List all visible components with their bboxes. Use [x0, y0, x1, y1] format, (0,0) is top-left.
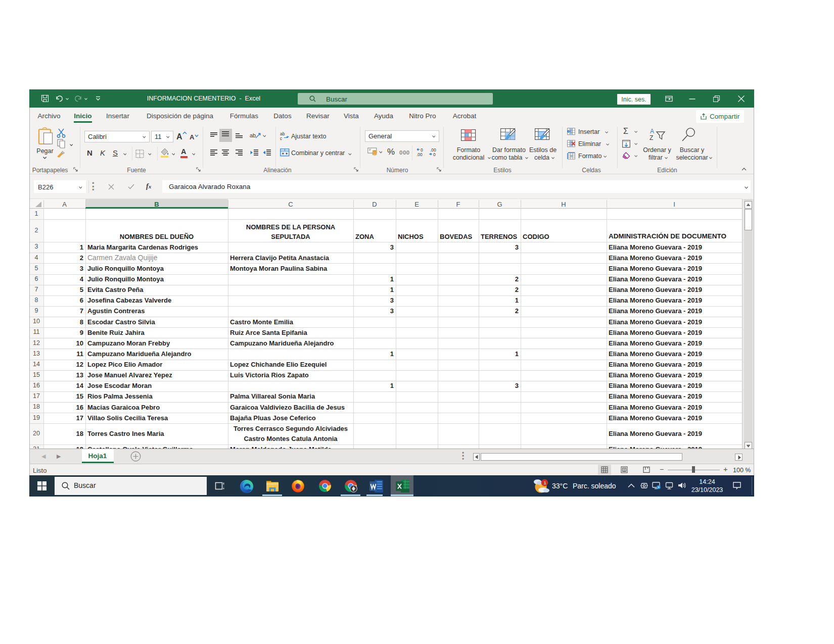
svg-text:Z: Z [650, 134, 653, 141]
svg-text:A: A [650, 128, 654, 135]
svg-text:ab: ab [250, 132, 256, 138]
svg-text:1: 1 [544, 480, 546, 485]
